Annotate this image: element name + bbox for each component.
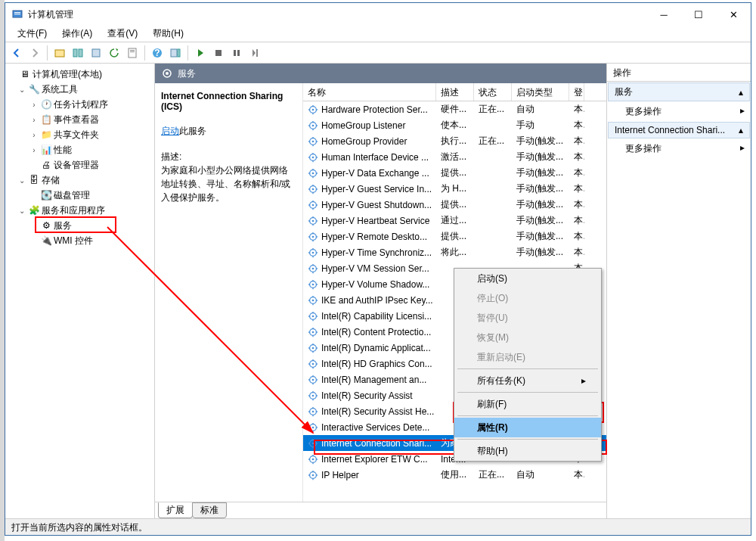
services-header: 服务 [155, 64, 606, 83]
view-tabs: 扩展 标准 [155, 502, 606, 518]
tree-root[interactable]: 🖥计算机管理(本地) [5, 67, 154, 82]
svg-point-129 [312, 394, 314, 396]
main-window: 计算机管理 ─ ☐ ✕ 文件(F) 操作(A) 查看(V) 帮助(H) ? [5, 2, 751, 536]
pause-button[interactable] [228, 45, 245, 61]
tree-wmi[interactable]: 🔌WMI 控件 [5, 233, 154, 248]
tree-scheduler[interactable]: ›🕐任务计划程序 [5, 97, 154, 112]
ctx-pause[interactable]: 暂停(U) [454, 308, 601, 328]
export-button[interactable] [88, 45, 104, 61]
action-more-2[interactable]: 更多操作▸ [607, 139, 751, 158]
ctx-properties[interactable]: 属性(R) [454, 418, 601, 437]
menu-action[interactable]: 操作(A) [56, 26, 98, 42]
col-desc[interactable]: 描述 [436, 83, 474, 101]
perf-icon: 📊 [40, 144, 52, 156]
service-row[interactable]: Hyper-V Data Exchange ...提供...手动(触发...本 [303, 165, 606, 181]
action-section-services[interactable]: 服务▴ [608, 82, 750, 101]
tree-svcapps[interactable]: ⌄🧩服务和应用程序 [5, 203, 154, 218]
svg-point-75 [312, 251, 314, 253]
ctx-start[interactable]: 启动(S) [454, 269, 601, 288]
tree-devicemgr[interactable]: 🖨设备管理器 [5, 157, 154, 173]
svg-point-117 [312, 362, 314, 365]
nav-tree[interactable]: 🖥计算机管理(本地) ⌄🔧系统工具 ›🕐任务计划程序 ›📋事件查看器 ›📁共享文… [5, 64, 154, 518]
desc-label: 描述: [161, 151, 181, 162]
window-title: 计算机管理 [28, 8, 646, 21]
app-icon [11, 8, 23, 20]
tree-sharedfolders[interactable]: ›📁共享文件夹 [5, 127, 154, 142]
chevron-right-icon: ▸ [740, 105, 745, 118]
service-row[interactable]: HomeGroup Listener使本...手动本 [303, 117, 606, 133]
restart-button[interactable] [246, 45, 263, 61]
ctx-help[interactable]: 帮助(H) [454, 441, 601, 461]
ctx-resume[interactable]: 恢复(M) [454, 328, 601, 347]
svg-point-33 [312, 140, 314, 142]
gear-icon: ⚙ [40, 219, 52, 232]
device-icon: 🖨 [40, 159, 52, 171]
action-title: 操作 [607, 64, 751, 82]
help-button[interactable]: ? [149, 45, 166, 61]
list-header[interactable]: 名称 描述 状态 启动类型 登 [303, 83, 606, 101]
refresh-button[interactable] [106, 45, 122, 61]
tree-performance[interactable]: ›📊性能 [5, 142, 154, 157]
statusbar: 打开当前所选内容的属性对话框。 [5, 518, 751, 535]
service-row[interactable]: Hyper-V Heartbeat Service通过...手动(触发...本 [303, 213, 606, 229]
apps-icon: 🧩 [28, 204, 40, 216]
action-pane-button[interactable] [167, 45, 184, 61]
col-startup[interactable]: 启动类型 [512, 83, 569, 101]
svg-point-87 [312, 283, 314, 285]
service-name: Internet Connection Sharing (ICS) [161, 91, 296, 112]
service-row[interactable]: Hyper-V Remote Deskto...提供...手动(触发...本 [303, 229, 606, 244]
svg-point-57 [312, 204, 314, 206]
close-button[interactable]: ✕ [716, 3, 751, 26]
menu-view[interactable]: 查看(V) [101, 26, 144, 42]
action-pane: 操作 服务▴ 更多操作▸ Internet Connection Shari..… [607, 64, 751, 518]
tab-standard[interactable]: 标准 [192, 502, 227, 518]
col-name[interactable]: 名称 [303, 83, 436, 101]
titlebar[interactable]: 计算机管理 ─ ☐ ✕ [5, 3, 751, 26]
svg-point-135 [312, 410, 314, 412]
action-more-1[interactable]: 更多操作▸ [607, 102, 751, 121]
tree-eventviewer[interactable]: ›📋事件查看器 [5, 112, 154, 127]
up-button[interactable] [51, 45, 68, 61]
forward-button[interactable] [26, 45, 43, 61]
service-row[interactable]: Hardware Protection Ser...硬件...正在...自动本 [303, 101, 606, 117]
start-link[interactable]: 启动 [161, 126, 179, 136]
service-row[interactable]: IP Helper使用...正在...自动本 [303, 467, 606, 483]
disk-icon: 💽 [40, 189, 52, 201]
properties-button[interactable] [124, 45, 141, 61]
ctx-alltasks[interactable]: 所有任务(K)▸ [454, 371, 601, 390]
svg-rect-9 [130, 51, 135, 52]
show-hide-button[interactable] [70, 45, 86, 61]
service-row[interactable]: Hyper-V Guest Service In...为 H...手动(触发..… [303, 181, 606, 197]
tree-systools[interactable]: ⌄🔧系统工具 [5, 82, 154, 97]
ctx-restart[interactable]: 重新启动(E) [454, 347, 601, 367]
minimize-button[interactable]: ─ [646, 3, 681, 26]
maximize-button[interactable]: ☐ [681, 3, 716, 26]
ctx-refresh[interactable]: 刷新(F) [454, 394, 601, 414]
service-row[interactable]: Hyper-V Time Synchroniz...将此...手动(触发...本 [303, 244, 606, 260]
svg-rect-1 [14, 12, 20, 13]
storage-icon: 🗄 [28, 174, 40, 186]
col-status[interactable]: 状态 [474, 83, 512, 101]
tree-services[interactable]: ⚙服务 [5, 218, 154, 233]
ctx-stop[interactable]: 停止(O) [454, 288, 601, 308]
menu-file[interactable]: 文件(F) [11, 26, 53, 42]
service-row[interactable]: HomeGroup Provider执行...正在...手动(触发...本 [303, 133, 606, 149]
tree-storage[interactable]: ⌄🗄存储 [5, 173, 154, 188]
col-logon[interactable]: 登 [569, 83, 584, 101]
tab-extended[interactable]: 扩展 [158, 502, 193, 518]
action-section-ics[interactable]: Internet Connection Shari...▴ [608, 122, 750, 138]
menubar: 文件(F) 操作(A) 查看(V) 帮助(H) [5, 26, 751, 42]
back-button[interactable] [8, 45, 25, 61]
clock-icon: 🕐 [40, 98, 52, 110]
tree-diskmgr[interactable]: 💽磁盘管理 [5, 188, 154, 203]
menu-help[interactable]: 帮助(H) [147, 26, 190, 42]
service-row[interactable]: Hyper-V Guest Shutdown...提供...手动(触发...本 [303, 197, 606, 213]
svg-point-19 [166, 72, 169, 75]
svg-rect-3 [55, 50, 64, 57]
svg-rect-4 [73, 49, 77, 57]
svg-point-153 [312, 458, 314, 460]
stop-button[interactable] [210, 45, 227, 61]
event-icon: 📋 [40, 113, 52, 126]
service-row[interactable]: Human Interface Device ...激活...手动(触发...本 [303, 149, 606, 165]
play-button[interactable] [192, 45, 209, 61]
